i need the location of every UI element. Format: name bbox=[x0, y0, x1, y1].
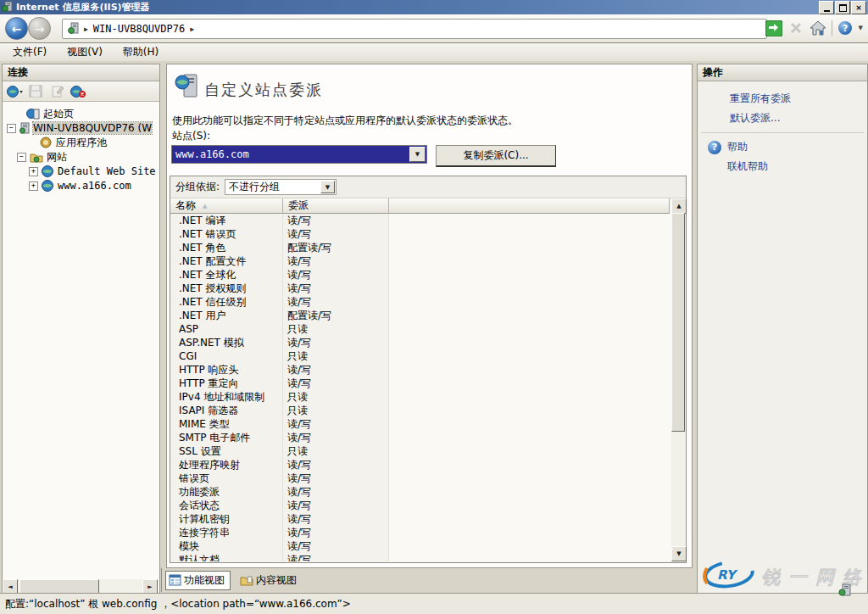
list-header: 名称 ▲ 委派 bbox=[170, 198, 670, 214]
table-row[interactable]: MIME 类型读/写 bbox=[170, 417, 670, 431]
feature-name: ISAPI 筛选器 bbox=[179, 404, 238, 417]
breadcrumb-server[interactable]: WIN-UVB8QUVDP76 bbox=[93, 23, 185, 35]
tree-item-site-a166[interactable]: + www.a166.com bbox=[29, 179, 131, 193]
status-bar: 配置:“localhost” 根 web.config ，<location p… bbox=[0, 593, 868, 614]
table-row[interactable]: HTTP 响应头读/写 bbox=[170, 363, 670, 377]
tree-item-start-page[interactable]: 起始页 bbox=[26, 107, 74, 120]
table-row[interactable]: ISAPI 筛选器只读 bbox=[170, 404, 670, 417]
collapse-icon[interactable]: − bbox=[7, 124, 16, 133]
feature-page: 自定义站点委派 使用此功能可以指定不同于特定站点或应用程序的默认委派状态的委派状… bbox=[166, 64, 693, 568]
column-header-name[interactable]: 名称 ▲ bbox=[170, 198, 283, 214]
table-row[interactable]: ASP只读 bbox=[170, 322, 670, 336]
table-row[interactable]: SMTP 电子邮件读/写 bbox=[170, 431, 670, 444]
feature-delegation: 读/写 bbox=[287, 227, 311, 241]
expand-icon[interactable]: + bbox=[29, 167, 38, 176]
help-link[interactable]: 帮助 bbox=[727, 140, 748, 154]
table-row[interactable]: .NET 角色配置读/写 bbox=[170, 241, 670, 254]
tree-item-default-web-site[interactable]: + Default Web Site bbox=[29, 165, 156, 178]
table-row[interactable]: .NET 错误页读/写 bbox=[170, 227, 670, 241]
copy-delegation-button[interactable]: 复制委派(C)... bbox=[436, 145, 556, 167]
tree-item-server[interactable]: − WIN-UVB8QUVDP76 (WIN-UV bbox=[7, 121, 158, 135]
table-row[interactable]: .NET 配置文件读/写 bbox=[170, 254, 670, 268]
scroll-down-icon[interactable]: ▼ bbox=[671, 546, 687, 561]
site-select[interactable]: www.a166.com ▼ bbox=[171, 145, 427, 164]
forward-button[interactable]: → bbox=[28, 17, 51, 40]
back-button[interactable]: ← bbox=[5, 17, 28, 40]
start-page-icon bbox=[26, 108, 40, 120]
table-row[interactable]: .NET 编译读/写 bbox=[170, 214, 670, 227]
table-row[interactable]: ASP.NET 模拟读/写 bbox=[170, 336, 670, 349]
table-row[interactable]: SSL 设置只读 bbox=[170, 444, 670, 458]
tree-horizontal-scrollbar[interactable]: ◄ ► bbox=[3, 579, 158, 593]
feature-name: 会话状态 bbox=[179, 499, 220, 512]
default-delegation-link[interactable]: 默认委派... bbox=[730, 111, 867, 126]
table-row[interactable]: .NET 全球化读/写 bbox=[170, 268, 670, 282]
scrollbar-thumb[interactable] bbox=[671, 213, 685, 432]
table-row[interactable]: .NET 信任级别读/写 bbox=[170, 295, 670, 309]
collapse-icon[interactable]: − bbox=[17, 153, 26, 162]
table-row[interactable]: HTTP 重定向读/写 bbox=[170, 377, 670, 390]
sort-asc-icon: ▲ bbox=[203, 203, 207, 209]
edit-icon bbox=[47, 83, 66, 99]
connections-tree: 起始页 − WIN-UVB8QUVDP76 (WIN-UV 应用程序池 − 网站… bbox=[3, 102, 159, 556]
scroll-up-icon[interactable]: ▲ bbox=[671, 198, 687, 214]
feature-name: 模块 bbox=[179, 539, 199, 553]
close-button[interactable]: × bbox=[851, 1, 866, 14]
table-row[interactable]: .NET 授权规则读/写 bbox=[170, 282, 670, 295]
status-text: 配置:“localhost” 根 web.config ，<location p… bbox=[5, 597, 351, 611]
table-row[interactable]: 会话状态读/写 bbox=[170, 499, 670, 512]
feature-delegation: 配置读/写 bbox=[287, 241, 331, 254]
feature-delegation-list: 分组依据: 不进行分组 ▼ 名称 ▲ 委派 .NET 编译读/写.NE bbox=[170, 176, 687, 563]
address-box[interactable]: ▶ WIN-UVB8QUVDP76 ▶ bbox=[62, 19, 767, 39]
table-row[interactable]: 模块读/写 bbox=[170, 539, 670, 553]
delete-connection-icon[interactable] bbox=[69, 83, 87, 99]
table-row[interactable]: 连接字符串读/写 bbox=[170, 526, 670, 539]
iis-manager-window: Internet 信息服务(IIS)管理器 × ← → ▶ WIN-UVB8QU… bbox=[0, 0, 868, 614]
column-header-empty[interactable] bbox=[389, 198, 670, 214]
table-row[interactable]: CGI只读 bbox=[170, 349, 670, 363]
feature-delegation: 读/写 bbox=[287, 499, 311, 512]
menu-help[interactable]: 帮助(H) bbox=[115, 43, 166, 61]
feature-delegation: 读/写 bbox=[287, 377, 311, 390]
feature-delegation: 读/写 bbox=[287, 254, 311, 268]
menu-view[interactable]: 视图(V) bbox=[59, 43, 110, 61]
create-connection-icon[interactable] bbox=[5, 83, 24, 99]
table-row[interactable]: .NET 用户配置读/写 bbox=[170, 309, 670, 322]
restore-button[interactable] bbox=[835, 1, 850, 14]
column-header-delegation[interactable]: 委派 bbox=[283, 198, 389, 214]
feature-name: SSL 设置 bbox=[179, 444, 221, 458]
table-row[interactable]: IPv4 地址和域限制只读 bbox=[170, 390, 670, 404]
view-tab-bar: 功能视图 内容视图 bbox=[161, 568, 691, 592]
table-row[interactable]: 错误页读/写 bbox=[170, 472, 670, 485]
site-label: 站点(S): bbox=[172, 129, 210, 143]
feature-delegation: 读/写 bbox=[287, 458, 311, 472]
site-select-value: www.a166.com bbox=[172, 148, 249, 160]
table-row[interactable]: 计算机密钥读/写 bbox=[170, 512, 670, 526]
table-row[interactable]: 默认文档读/写 bbox=[170, 553, 670, 561]
help-icon[interactable]: ? bbox=[837, 20, 854, 36]
feature-delegation: 读/写 bbox=[287, 336, 311, 349]
tab-content-view[interactable]: 内容视图 bbox=[237, 572, 302, 589]
group-by-select[interactable]: 不进行分组 ▼ bbox=[225, 179, 337, 195]
chevron-down-icon[interactable]: ▼ bbox=[409, 147, 426, 162]
features-view-icon bbox=[169, 574, 181, 586]
table-row[interactable]: 处理程序映射读/写 bbox=[170, 458, 670, 472]
chevron-down-icon[interactable]: ▼ bbox=[320, 181, 335, 193]
list-vertical-scrollbar[interactable]: ▲ ▼ bbox=[671, 198, 685, 561]
minimize-button[interactable] bbox=[819, 1, 834, 14]
table-row[interactable]: 功能委派读/写 bbox=[170, 485, 670, 499]
online-help-link[interactable]: 联机帮助 bbox=[727, 159, 768, 174]
feature-name: CGI bbox=[179, 349, 197, 363]
tab-features-view[interactable]: 功能视图 bbox=[165, 571, 231, 590]
menu-file[interactable]: 文件(F) bbox=[5, 43, 54, 61]
home-icon[interactable] bbox=[810, 20, 827, 36]
reset-all-delegation-link[interactable]: 重置所有委派 bbox=[730, 92, 867, 106]
expand-icon[interactable]: + bbox=[29, 181, 38, 191]
tree-item-sites[interactable]: − 网站 bbox=[17, 150, 67, 164]
help-dropdown-icon[interactable]: ▼ bbox=[859, 25, 863, 31]
restart-icon[interactable] bbox=[765, 20, 783, 36]
tree-item-app-pools[interactable]: 应用程序池 bbox=[40, 136, 107, 149]
breadcrumb-arrow-icon[interactable]: ▶ bbox=[190, 25, 194, 33]
feature-delegation: 读/写 bbox=[287, 512, 311, 526]
page-description: 使用此功能可以指定不同于特定站点或应用程序的默认委派状态的委派状态。 bbox=[172, 114, 681, 128]
